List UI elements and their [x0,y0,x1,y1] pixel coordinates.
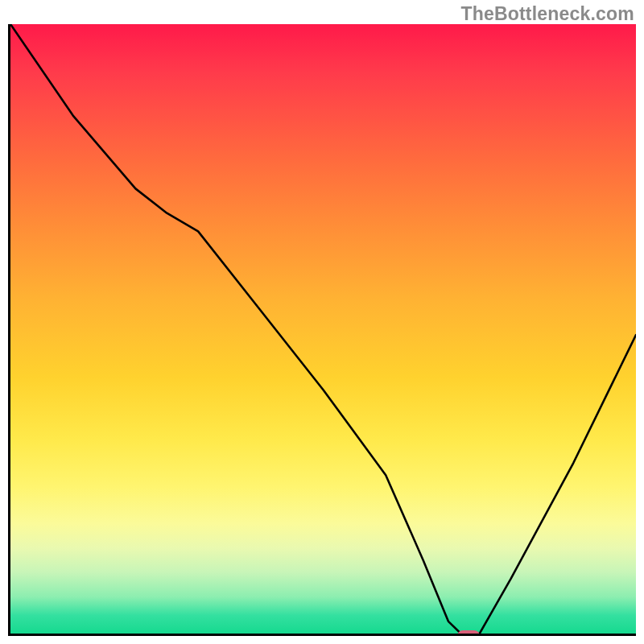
plot-area [8,24,636,636]
chart-container: TheBottleneck.com [0,0,644,644]
optimum-marker [457,630,480,636]
bottleneck-curve [10,24,636,634]
watermark-text: TheBottleneck.com [460,3,634,25]
curve-svg [10,24,636,634]
